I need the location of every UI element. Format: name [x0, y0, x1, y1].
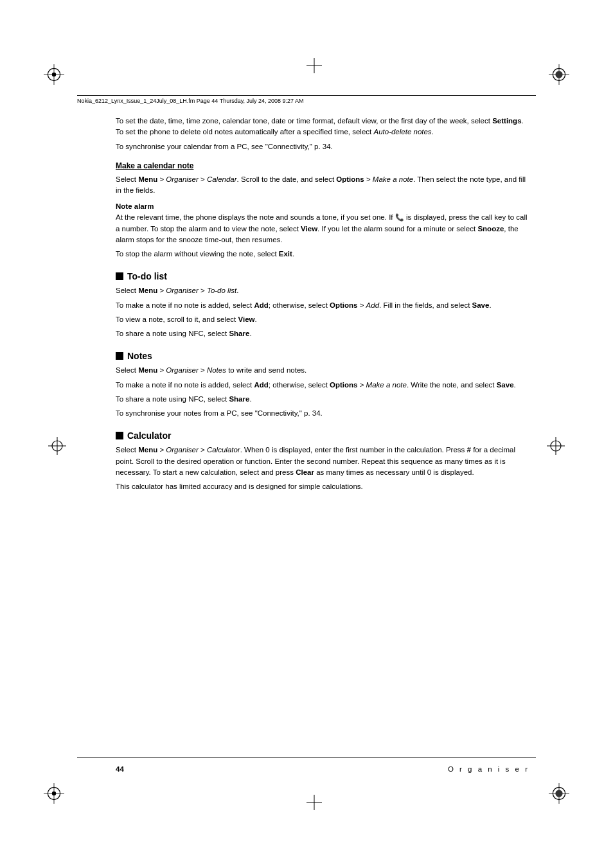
svg-point-3	[52, 73, 56, 76]
make-calendar-note-heading: Make a calendar note	[116, 161, 529, 170]
todo-list-para3: To view a note, scroll to it, and select…	[116, 314, 529, 325]
svg-point-11	[52, 792, 56, 795]
svg-point-7	[555, 71, 562, 78]
section-bullet-notes	[116, 352, 123, 360]
side-mark-left	[48, 437, 66, 455]
corner-mark-tr	[549, 64, 569, 85]
todo-list-para2: To make a note if no note is added, sele…	[116, 300, 529, 311]
todo-list-heading-text: To-do list	[127, 271, 167, 281]
phone-icon: 📞	[395, 212, 404, 223]
calculator-heading-text: Calculator	[127, 430, 171, 441]
section-bullet-todo	[116, 272, 123, 280]
notes-para2: To make a note if no note is added, sele…	[116, 380, 529, 391]
page: Nokia_6212_Lynx_Issue_1_24July_08_LH.fm …	[0, 0, 613, 868]
todo-list-para4: To share a note using NFC, select Share.	[116, 328, 529, 339]
notes-heading: Notes	[116, 351, 529, 361]
calculator-para2: This calculator has limited accuracy and…	[116, 481, 529, 492]
note-alarm-body2: To stop the alarm without viewing the no…	[116, 249, 529, 260]
notes-para4: To synchronise your notes from a PC, see…	[116, 408, 529, 419]
notes-heading-text: Notes	[127, 351, 152, 361]
make-calendar-note-body: Select Menu > Organiser > Calendar. Scro…	[116, 174, 529, 197]
svg-point-15	[555, 790, 562, 797]
corner-mark-br	[549, 783, 569, 804]
notes-para1: Select Menu > Organiser > Notes to write…	[116, 365, 529, 376]
intro-para1: To set the date, time, time zone, calend…	[116, 116, 529, 138]
top-mark-center	[306, 58, 322, 73]
corner-mark-bl	[44, 783, 64, 804]
main-content: To set the date, time, time zone, calend…	[116, 116, 529, 778]
header-bar: Nokia_6212_Lynx_Issue_1_24July_08_LH.fm …	[77, 95, 536, 104]
section-bullet-calculator	[116, 432, 123, 439]
intro-para2: To synchronise your calendar from a PC, …	[116, 141, 529, 152]
header-file-info: Nokia_6212_Lynx_Issue_1_24July_08_LH.fm …	[77, 98, 304, 104]
notes-para3: To share a note using NFC, select Share.	[116, 394, 529, 405]
calculator-heading: Calculator	[116, 430, 529, 441]
note-alarm-body1: At the relevant time, the phone displays…	[116, 212, 529, 245]
calculator-para1: Select Menu > Organiser > Calculator. Wh…	[116, 445, 529, 478]
bottom-mark-center	[306, 795, 322, 810]
corner-mark-tl	[44, 64, 64, 85]
note-alarm-heading: Note alarm	[116, 202, 529, 210]
todo-list-heading: To-do list	[116, 271, 529, 281]
todo-list-para1: Select Menu > Organiser > To-do list.	[116, 285, 529, 296]
side-mark-right	[547, 437, 565, 455]
